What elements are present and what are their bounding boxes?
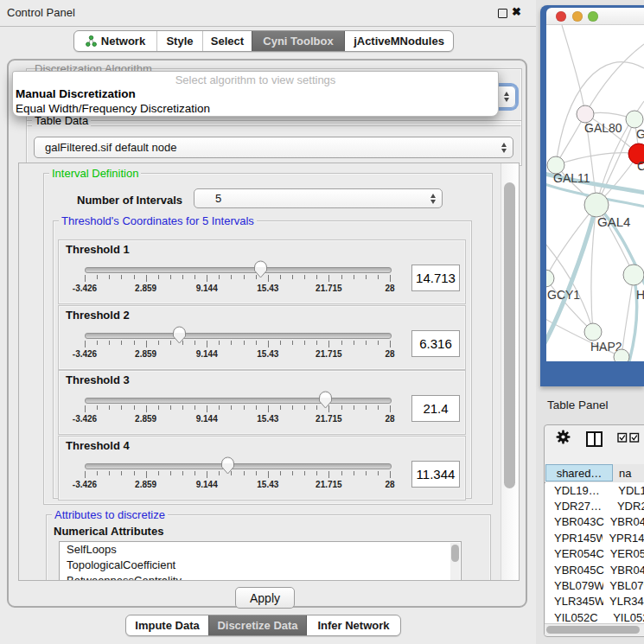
table-row[interactable]: YBR043CYBR043C: [545, 514, 644, 530]
network-node[interactable]: [546, 270, 554, 287]
slider-thumb[interactable]: [172, 326, 187, 344]
tab-style[interactable]: Style: [156, 31, 202, 51]
table-header: shared… na: [545, 464, 644, 483]
thresholds-group: Threshold's Coordinates for 5 Intervals …: [53, 220, 472, 499]
node-label: GAL3: [636, 127, 644, 141]
slider-track[interactable]: [85, 333, 392, 339]
tab-select[interactable]: Select: [202, 31, 252, 51]
slider-thumb[interactable]: [318, 391, 333, 409]
table-data-group: Table Data galFiltered.sif default node: [26, 120, 522, 166]
network-node[interactable]: [584, 193, 609, 217]
minimize-traffic-light[interactable]: [572, 11, 583, 22]
table-row[interactable]: YDL19…YDL19: [545, 482, 644, 498]
number-of-intervals-combo[interactable]: 5: [194, 188, 443, 208]
attribute-item[interactable]: TopologicalCoefficient: [60, 558, 461, 573]
zoom-traffic-light[interactable]: [588, 11, 598, 22]
node-label: GAL11: [553, 171, 590, 185]
table-data-combo-value: galFiltered.sif default node: [35, 141, 176, 154]
horizontal-scrollbar-thumb[interactable]: [546, 626, 640, 634]
node-label: GAL4: [597, 214, 630, 229]
threshold-value-field[interactable]: 14.713: [411, 265, 460, 291]
numerical-attributes-label: Numerical Attributes: [54, 525, 163, 538]
tab-discretize-data[interactable]: Discretize Data: [208, 615, 306, 635]
interval-definition-group: Interval Definition Number of Intervals …: [43, 173, 493, 505]
network-node[interactable]: [623, 265, 644, 285]
threshold-label: Threshold 3: [66, 373, 130, 386]
select-columns-icon[interactable]: [617, 432, 640, 443]
threshold-panel-2: Threshold 2-3.4262.8599.14415.4321.71528…: [58, 305, 466, 370]
slider-track[interactable]: [85, 463, 392, 469]
columns-icon[interactable]: [586, 431, 603, 447]
table-data-combo[interactable]: galFiltered.sif default node: [34, 137, 513, 158]
tab-cyni-toolbox[interactable]: Cyni Toolbox: [252, 31, 344, 51]
slider-track[interactable]: [85, 398, 392, 404]
settings-scrollpane: Interval Definition Number of Intervals …: [18, 163, 520, 581]
slider-track[interactable]: [85, 267, 392, 273]
table-row[interactable]: YIL052CYIL052C: [545, 609, 644, 623]
tab-infer-network[interactable]: Infer Network: [306, 615, 400, 635]
float-icon[interactable]: [498, 9, 507, 18]
vertical-scrollbar-thumb[interactable]: [504, 182, 515, 488]
slider-thumb[interactable]: [220, 456, 235, 475]
table-row[interactable]: YPR145WYPR145W: [545, 530, 644, 545]
network-canvas[interactable]: GAL80GAL3CGAL11GAL4GCY1HHAP2: [546, 25, 644, 361]
horizontal-scrollbar[interactable]: [545, 623, 644, 635]
threshold-panel-4: Threshold 4-3.4262.8599.14415.4321.71528…: [58, 436, 466, 501]
table-panel-window: shared… na YDL19…YDL19YDR27…YDR27YBR043C…: [544, 424, 644, 637]
table-row[interactable]: YLR345WYLR345W: [545, 594, 644, 609]
combo-arrows-icon: [501, 143, 507, 153]
tab-network[interactable]: Network: [74, 31, 156, 51]
gear-icon[interactable]: [556, 430, 571, 448]
numerical-attributes-list[interactable]: SelfLoopsTopologicalCoefficientBetweenne…: [59, 541, 462, 581]
top-tab-strip: NetworkStyleSelectCyni ToolboxjActiveMNo…: [73, 30, 454, 52]
attribute-item[interactable]: BetweennessCentrality: [60, 573, 461, 581]
combo-arrows-icon: [504, 92, 509, 102]
tab-jactivemnodules[interactable]: jActiveMNodules: [344, 31, 453, 51]
attribute-item[interactable]: SelfLoops: [60, 542, 461, 558]
close-traffic-light[interactable]: [556, 11, 566, 22]
number-of-intervals-label: Number of Intervals: [77, 194, 182, 207]
vertical-scrollbar[interactable]: [501, 163, 519, 580]
algorithm-dropdown-popup: Select algorithm to view settings Manual…: [12, 71, 499, 117]
table-panel-title: Table Panel: [547, 399, 609, 411]
table-row[interactable]: YBR045CYBR045C: [545, 562, 644, 577]
attributes-group-title: Attributes to discretize: [52, 508, 168, 521]
network-node[interactable]: [584, 323, 602, 341]
network-icon: [86, 35, 97, 47]
network-view-window: GAL80GAL3CGAL11GAL4GCY1HHAP2: [540, 5, 644, 386]
table-row[interactable]: YDR27…YDR27: [545, 498, 644, 513]
window-title: Control Panel: [7, 6, 75, 19]
threshold-panel-1: Threshold 1-3.4262.8599.14415.4321.71528…: [58, 239, 466, 304]
table-rows: YDL19…YDL19YDR27…YDR27YBR043CYBR043CYPR1…: [545, 482, 644, 623]
table-row[interactable]: YBL079WYBL079W: [545, 577, 644, 593]
table-row[interactable]: YER054CYER054C: [545, 546, 644, 562]
thresholds-group-title: Threshold's Coordinates for 5 Intervals: [59, 214, 257, 227]
list-scrollbar[interactable]: [450, 543, 460, 581]
interval-definition-title: Interval Definition: [49, 167, 141, 180]
tab-impute-data[interactable]: Impute Data: [126, 615, 208, 635]
dropdown-option-equal-width[interactable]: Equal Width/Frequency Discretization: [13, 101, 498, 115]
apply-button[interactable]: Apply: [235, 587, 295, 609]
threshold-panel-3: Threshold 3-3.4262.8599.14415.4321.71528…: [58, 370, 466, 435]
node-label: GAL80: [584, 121, 622, 135]
node-label: GCY1: [547, 288, 580, 302]
combo-arrows-icon: [430, 194, 436, 204]
network-node[interactable]: [626, 111, 643, 128]
threshold-value-field[interactable]: 11.344: [411, 461, 460, 488]
bottom-tab-strip: Impute DataDiscretize DataInfer Network: [125, 615, 401, 636]
titlebar: Control Panel ✖: [0, 0, 536, 27]
column-header-shared-name[interactable]: shared…: [545, 464, 613, 481]
threshold-label: Threshold 4: [66, 439, 130, 452]
node-label: C: [637, 159, 644, 173]
column-header-name[interactable]: na: [613, 464, 631, 481]
close-icon[interactable]: ✖: [512, 5, 521, 18]
dropdown-placeholder: Select algorithm to view settings: [13, 72, 498, 87]
node-label: H: [636, 288, 644, 302]
network-node[interactable]: [614, 349, 629, 361]
threshold-value-field[interactable]: 21.4: [411, 395, 460, 422]
dropdown-option-manual[interactable]: Manual Discretization: [13, 87, 498, 101]
network-node[interactable]: [577, 105, 594, 123]
attributes-group: Attributes to discretize Numerical Attri…: [46, 514, 491, 581]
threshold-value-field[interactable]: 6.316: [411, 330, 460, 357]
network-titlebar: [546, 8, 644, 25]
